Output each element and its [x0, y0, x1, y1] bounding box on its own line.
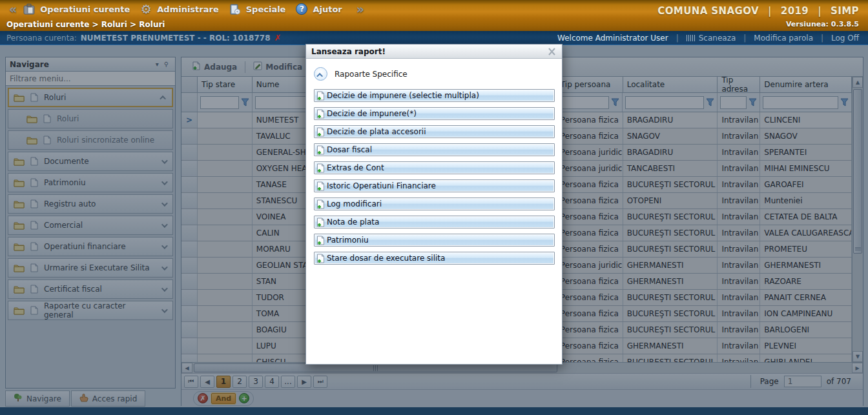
- report-label: Extras de Cont: [327, 163, 384, 172]
- user-links: Welcome Administrator User | Scaneaza | …: [557, 34, 859, 43]
- persoana-label: Persoana curenta:: [6, 34, 77, 43]
- title-separator: |: [818, 5, 822, 17]
- report-icon: [316, 145, 326, 155]
- report-button[interactable]: Stare dosar de executare silita: [314, 252, 555, 265]
- link-separator: |: [743, 34, 746, 43]
- menu-speciale[interactable]: Speciale: [228, 2, 286, 16]
- menu-label: Administrare: [157, 5, 218, 14]
- version-label: Versiunea: 0.3.8.5: [786, 20, 859, 28]
- top-menu-bar: « Operatiuni curente ⚙ Administrare Spec…: [0, 0, 868, 31]
- menu-label: Ajutor: [313, 5, 342, 14]
- help-icon: ?: [294, 2, 309, 16]
- briefcase-icon: [22, 2, 36, 16]
- report-label: Nota de plata: [327, 218, 379, 227]
- current-person: Persoana curenta: NUMETEST PRENUMETEST -…: [6, 33, 281, 43]
- report-icon: [316, 91, 326, 101]
- report-icon: [316, 127, 326, 137]
- dialog-title: Lanseaza raport!: [311, 47, 386, 56]
- fiscal-year: 2019: [781, 5, 809, 17]
- report-label: Decizie de impunere (selectie multipla): [327, 91, 479, 100]
- report-icon: [316, 109, 326, 119]
- menu-operatiuni-curente[interactable]: Operatiuni curente: [22, 2, 130, 16]
- menu-ajutor[interactable]: ? Ajutor: [294, 2, 342, 16]
- gear-icon: ⚙: [139, 2, 153, 16]
- section-title: Rapoarte Specifice: [335, 70, 408, 79]
- user-bar: Persoana curenta: NUMETEST PRENUMETEST -…: [0, 31, 868, 45]
- report-icon: [316, 236, 326, 245]
- scaneaza-link[interactable]: Scaneaza: [687, 34, 736, 43]
- report-button[interactable]: Decizie de plata accesorii: [314, 125, 555, 138]
- report-label: Decizie de plata accesorii: [327, 127, 426, 136]
- org-title: COMUNA SNAGOV | 2019 | SIMP: [657, 5, 859, 17]
- report-button[interactable]: Dosar fiscal: [314, 143, 555, 156]
- dialog-titlebar[interactable]: Lanseaza raport!: [306, 45, 562, 59]
- menu-label: Speciale: [246, 5, 286, 14]
- link-separator: |: [821, 34, 823, 43]
- report-button[interactable]: Istoric Operatiuni Financiare: [314, 179, 555, 192]
- dialog-body: Rapoarte Specifice Decizie de impunere (…: [306, 59, 562, 265]
- org-name: COMUNA SNAGOV: [657, 5, 759, 17]
- report-icon: [316, 218, 326, 227]
- report-label: Patrimoniu: [327, 236, 369, 245]
- report-icon: [316, 199, 326, 209]
- report-label: Dosar fiscal: [327, 145, 372, 154]
- link-separator: |: [676, 34, 679, 43]
- rapoarte-specifice-section: Rapoarte Specifice: [314, 67, 553, 81]
- report-label: Stare dosar de executare silita: [327, 254, 445, 263]
- report-button[interactable]: Patrimoniu: [314, 234, 555, 247]
- menu-label: Operatiuni curente: [40, 5, 130, 14]
- report-list: Decizie de impunere (selectie multipla) …: [314, 89, 553, 265]
- report-label: Istoric Operatiuni Financiare: [327, 181, 436, 190]
- report-button[interactable]: Extras de Cont: [314, 161, 555, 174]
- close-icon[interactable]: [548, 48, 557, 56]
- barcode-icon: [687, 35, 696, 41]
- modifica-parola-link[interactable]: Modifica parola: [754, 34, 813, 43]
- report-label: Log modificari: [327, 199, 382, 208]
- logoff-link[interactable]: Log Off: [831, 34, 859, 43]
- collapse-icon[interactable]: [314, 67, 327, 81]
- app-name: SIMP: [831, 5, 859, 17]
- double-chevron-left-icon[interactable]: «: [4, 1, 22, 17]
- simp-application-window: « Operatiuni curente ⚙ Administrare Spec…: [0, 0, 868, 415]
- persoana-value: NUMETEST PRENUMETEST - - ROL: 1018778: [81, 34, 271, 43]
- lanseaza-raport-dialog: Lanseaza raport! Rapoarte Specifice Deci…: [305, 44, 563, 365]
- report-icon: [316, 163, 326, 173]
- report-label: Decizie de impunere(*): [327, 109, 417, 118]
- package-icon: [228, 2, 242, 16]
- title-separator: |: [768, 5, 772, 17]
- report-button[interactable]: Log modificari: [314, 197, 555, 210]
- report-button[interactable]: Decizie de impunere(*): [314, 107, 555, 120]
- breadcrumb[interactable]: Operatiuni curente > Roluri > Roluri: [0, 18, 868, 31]
- report-icon: [316, 254, 326, 263]
- report-button[interactable]: Decizie de impunere (selectie multipla): [314, 89, 555, 102]
- clear-person-icon[interactable]: ✗: [274, 33, 282, 43]
- welcome-text: Welcome Administrator User: [557, 34, 668, 43]
- menu-administrare[interactable]: ⚙ Administrare: [139, 2, 218, 16]
- report-button[interactable]: Nota de plata: [314, 216, 555, 228]
- report-icon: [316, 181, 326, 191]
- double-chevron-right-icon[interactable]: »: [351, 1, 369, 17]
